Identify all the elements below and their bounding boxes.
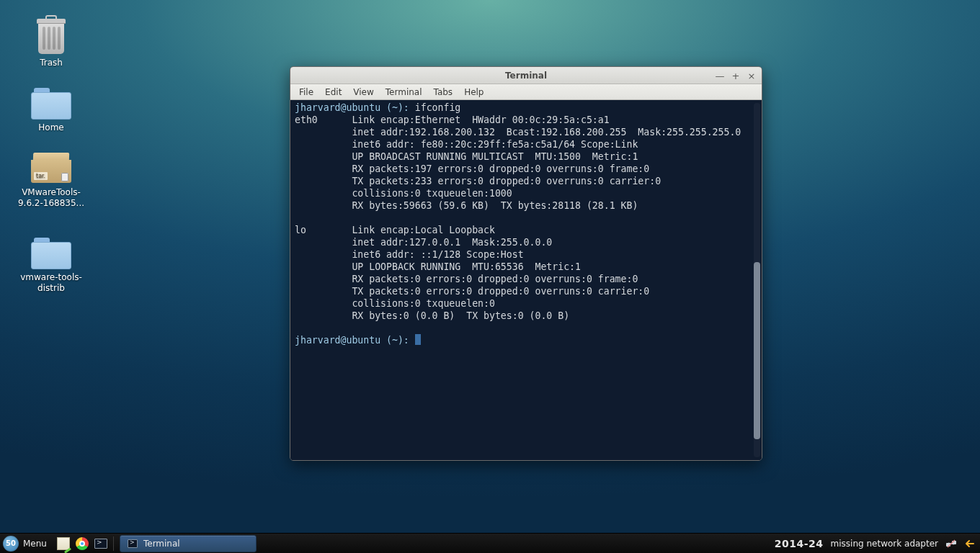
chrome-icon xyxy=(76,537,89,550)
window-minimize-button[interactable]: — xyxy=(713,69,727,82)
menu-tabs[interactable]: Tabs xyxy=(428,86,459,99)
terminal-output[interactable]: jharvard@ubuntu (~): ifconfig eth0 Link … xyxy=(290,100,762,460)
taskbar-task-terminal[interactable]: Terminal xyxy=(120,535,257,552)
window-title: Terminal xyxy=(290,71,762,81)
menu-file[interactable]: File xyxy=(293,86,319,99)
lock-icon xyxy=(61,173,68,181)
desktop-icon-label: vmware-tools-distrib xyxy=(12,272,91,294)
prompt-user-host: jharvard@ubuntu (~): xyxy=(295,102,409,113)
desktop-icon-trash[interactable]: Trash xyxy=(12,16,91,68)
menu-help[interactable]: Help xyxy=(458,86,489,99)
desktop-icon-vmware-tools-distrib[interactable]: vmware-tools-distrib xyxy=(12,238,91,294)
network-disconnected-icon xyxy=(945,538,957,549)
desktop[interactable]: Trash Home tar. VMwareTools-9.6.2-168835… xyxy=(0,0,980,553)
archive-ext-label: tar. xyxy=(34,172,48,180)
desktop-icon-label: VMwareTools-9.6.2-168835... xyxy=(12,187,91,209)
prompt-command: ifconfig xyxy=(415,102,461,113)
notification-tray-icon[interactable] xyxy=(964,538,976,549)
taskbar: 50 Menu Terminal 2014-24 missing network… xyxy=(0,533,980,553)
window-menubar: File Edit View Terminal Tabs Help xyxy=(290,84,762,100)
close-icon: × xyxy=(748,71,756,81)
menu-edit[interactable]: Edit xyxy=(319,86,347,99)
window-titlebar[interactable]: Terminal — + × xyxy=(290,67,762,84)
window-close-button[interactable]: × xyxy=(744,69,759,82)
quicklaunch-text-editor[interactable] xyxy=(55,536,72,552)
maximize-icon: + xyxy=(732,71,740,81)
prompt-user-host: jharvard@ubuntu (~): xyxy=(295,335,409,346)
command-output: eth0 Link encap:Ethernet HWaddr 00:0c:29… xyxy=(295,114,741,321)
minimize-icon: — xyxy=(716,71,725,81)
text-cursor xyxy=(415,334,421,345)
desktop-icon-vmwaretools-archive[interactable]: tar. VMwareTools-9.6.2-168835... xyxy=(12,153,91,209)
quicklaunch-chrome[interactable] xyxy=(74,536,91,552)
workspace-badge[interactable]: 50 xyxy=(3,536,19,552)
desktop-icon-label: Trash xyxy=(12,58,91,68)
network-status-text: missing network adapter xyxy=(831,539,938,549)
terminal-scrollbar[interactable] xyxy=(754,103,760,457)
terminal-icon xyxy=(94,539,107,549)
menu-terminal[interactable]: Terminal xyxy=(380,86,428,99)
folder-icon xyxy=(31,238,71,269)
taskbar-task-label: Terminal xyxy=(143,539,180,549)
menu-view[interactable]: View xyxy=(347,86,379,99)
trash-icon xyxy=(35,16,68,55)
terminal-window[interactable]: Terminal — + × File Edit View Terminal T… xyxy=(290,66,762,461)
archive-icon: tar. xyxy=(31,153,71,184)
network-tray-icon[interactable] xyxy=(945,538,957,549)
scrollbar-thumb[interactable] xyxy=(754,262,760,439)
quicklaunch-terminal[interactable] xyxy=(92,536,110,552)
arrow-left-icon xyxy=(965,539,975,549)
window-maximize-button[interactable]: + xyxy=(729,69,743,82)
start-menu-button[interactable]: Menu xyxy=(23,539,54,549)
desktop-icon-home[interactable]: Home xyxy=(12,88,91,133)
taskbar-clock[interactable]: 2014-24 xyxy=(775,538,824,549)
desktop-icon-label: Home xyxy=(12,122,91,133)
text-editor-icon xyxy=(57,537,70,550)
terminal-icon xyxy=(128,539,138,548)
taskbar-separator xyxy=(113,536,114,551)
folder-icon xyxy=(31,88,71,120)
